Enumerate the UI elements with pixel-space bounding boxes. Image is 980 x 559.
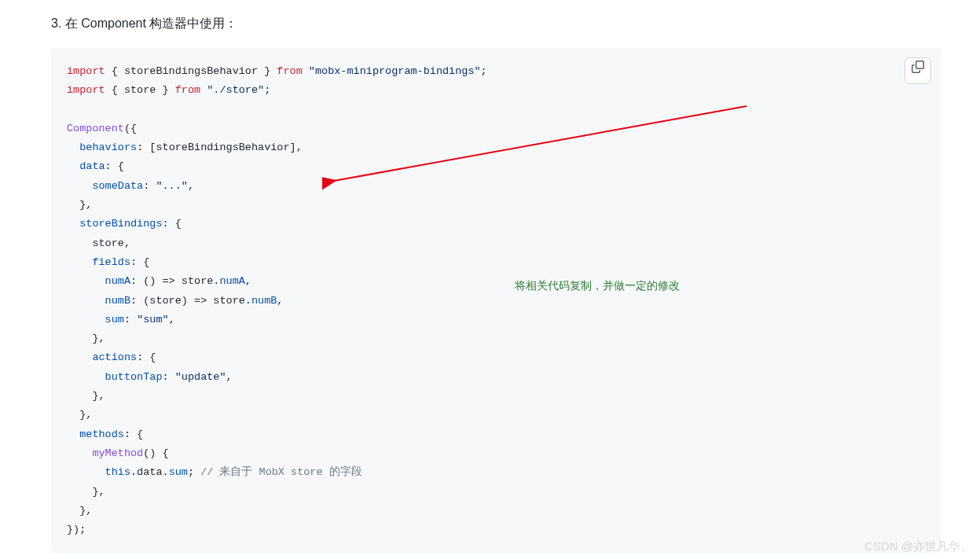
- watermark: CSDN @亦世凡华、: [864, 539, 972, 554]
- annotation-text: 将相关代码复制，并做一定的修改: [515, 279, 680, 293]
- copy-icon: [912, 61, 924, 80]
- section-heading: 3. 在 Component 构造器中使用：: [51, 16, 964, 32]
- code-content: import { storeBindingsBehavior } from "m…: [67, 62, 925, 539]
- copy-button[interactable]: [905, 57, 931, 84]
- code-block: import { storeBindingsBehavior } from "m…: [51, 48, 941, 553]
